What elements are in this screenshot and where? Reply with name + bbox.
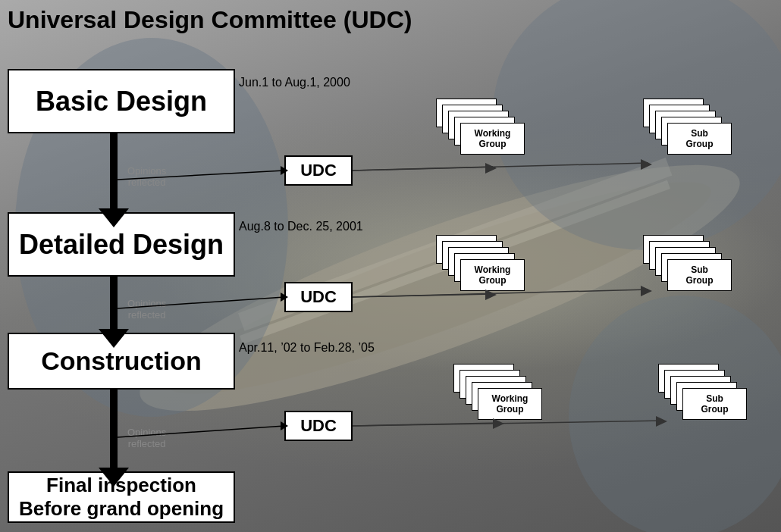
opinions-reflected-1: Opinionsreflected xyxy=(127,165,166,188)
phase-final-inspection: Final inspection Before grand opening xyxy=(8,471,235,523)
sg-card-3-5: SubGroup xyxy=(682,388,747,420)
phase-basic-design: Basic Design xyxy=(8,69,235,133)
opinions-reflected-3: Opinionsreflected xyxy=(127,427,166,449)
date-detailed-design: Aug.8 to Dec. 25, 2001 xyxy=(239,220,363,233)
date-basic-design: Jun.1 to Aug.1, 2000 xyxy=(239,76,350,89)
sg-card-2-5: SubGroup xyxy=(667,259,732,291)
phase-construction: Construction xyxy=(8,333,235,390)
opinions-reflected-2: Opinionsreflected xyxy=(127,298,166,321)
udc-box-1: UDC xyxy=(284,155,353,186)
udc-box-2: UDC xyxy=(284,282,353,312)
svg-point-6 xyxy=(569,296,781,532)
wg-card-3-5: WorkingGroup xyxy=(478,388,542,420)
page-title: Universal Design Committee (UDC) xyxy=(8,6,412,34)
phase-detailed-design: Detailed Design xyxy=(8,212,235,277)
date-construction: Apr.11, ’02 to Feb.28, ’05 xyxy=(239,341,375,355)
wg-card-1-5: WorkingGroup xyxy=(460,123,525,155)
wg-card-2-5: WorkingGroup xyxy=(460,259,525,291)
sg-card-1-5: SubGroup xyxy=(667,123,732,155)
udc-box-3: UDC xyxy=(284,411,353,441)
